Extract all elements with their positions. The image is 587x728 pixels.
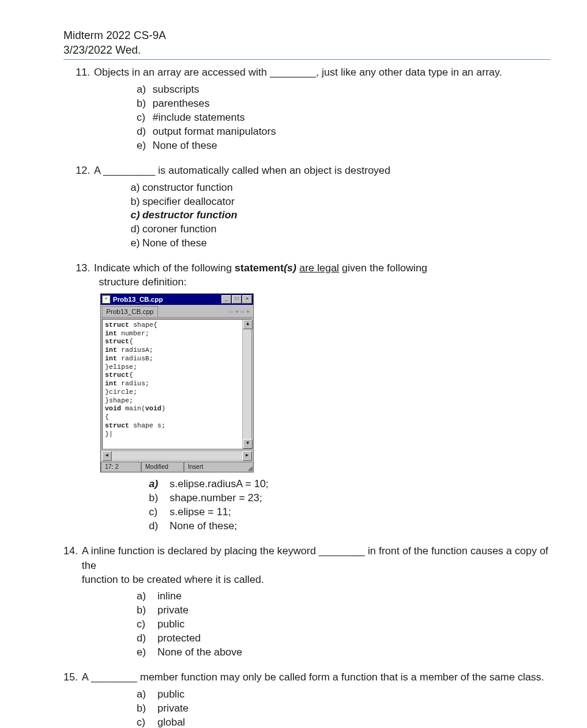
q12-blank: _________: [103, 164, 155, 179]
doc-title: Midterm 2022 CS-9A: [63, 29, 550, 42]
code-area: struct shape{ int number; struct{ int ra…: [102, 319, 252, 449]
q14-opt-d: d)protected: [137, 632, 550, 646]
q15-options: a)public b)private c)global d)local e)No…: [82, 688, 550, 728]
code-statusbar: 17: 2 Modified Insert◢: [101, 461, 253, 473]
scroll-right-icon[interactable]: ►: [242, 451, 252, 461]
code-tabbar: Prob13_CB.cpp ⇦ ▾ ⇨ ▾: [101, 305, 253, 318]
q14-text-a: A inline function is declared by placing…: [82, 545, 319, 557]
resize-grip-icon: ◢: [245, 464, 253, 471]
q15-opt-b: b)private: [137, 702, 550, 716]
status-ins: Insert◢: [184, 462, 253, 473]
code-body[interactable]: struct shape{ int number; struct{ int ra…: [103, 319, 251, 449]
code-tab[interactable]: Prob13_CB.cpp: [102, 306, 158, 317]
q11-opt-e: e)None of these: [137, 139, 550, 153]
close-icon[interactable]: ×: [242, 295, 252, 304]
q13-opt-d: d)None of these;: [149, 519, 550, 534]
q11-text-b: , just like any other data type in an ar…: [316, 66, 502, 78]
maximize-icon[interactable]: □: [232, 295, 242, 304]
question-11: 11. Objects in an array are accessed wit…: [76, 66, 550, 153]
status-mode: Modified: [141, 462, 184, 473]
q11-blank: ________: [270, 66, 316, 80]
q14-opt-c: c)public: [137, 618, 550, 632]
question-14: 14. A inline function is declared by pla…: [63, 544, 550, 660]
question-13: 13. Indicate which of the following stat…: [76, 262, 550, 534]
q13-opt-b: b)shape.number = 23;: [149, 491, 550, 505]
q13-ul: are legal: [299, 262, 339, 274]
q11-text-a: Objects in an array are accessed with: [94, 66, 270, 78]
q11-opt-a: a)subscripts: [137, 83, 550, 97]
q14-opt-a: a)inline: [137, 590, 550, 604]
q13-text-a: Indicate which of the following: [94, 262, 235, 274]
q14-options: a)inline b)private c)public d)protected …: [82, 590, 550, 660]
q12-opt-a: a)constructor function: [131, 181, 550, 195]
code-titlebar: ≡ Prob13_CB.cpp _ □ ×: [101, 294, 253, 305]
q14-text-c: function to be created where it is calle…: [82, 573, 550, 587]
question-12: 12. A _________ is automatically called …: [76, 164, 550, 251]
q14-number: 14.: [63, 544, 82, 660]
minimize-icon[interactable]: _: [221, 295, 231, 304]
q13-text-d: structure definition:: [99, 276, 550, 290]
nav-arrows[interactable]: ⇦ ▾ ⇨ ▾: [229, 308, 252, 315]
q13-options: a)s.elipse.radiusA = 10; b)shape.number …: [94, 477, 550, 534]
q11-options: a)subscripts b)parentheses c)#include st…: [94, 83, 550, 153]
status-pos: 17: 2: [101, 462, 141, 473]
q12-number: 12.: [76, 164, 94, 251]
code-title: Prob13_CB.cpp: [113, 295, 221, 304]
scroll-left-icon[interactable]: ◄: [102, 451, 112, 461]
q13-bold: statement: [235, 262, 284, 274]
scroll-down-icon[interactable]: ▼: [243, 439, 253, 449]
header-rule: [63, 59, 550, 60]
q11-opt-d: d)output format manipulators: [137, 125, 550, 139]
q13-number: 13.: [76, 262, 94, 534]
q12-opt-d: d)coroner function: [131, 223, 550, 237]
q14-blank: ________: [319, 544, 365, 559]
q11-number: 11.: [76, 66, 94, 153]
q11-opt-c: c)#include statements: [137, 111, 550, 125]
q13-opt-c: c)s.elipse = 11;: [149, 505, 550, 519]
q15-opt-a: a)public: [137, 688, 550, 702]
q13-bolditalic: (s): [284, 262, 297, 274]
q15-blank: ________: [91, 671, 137, 685]
q15-number: 15.: [63, 671, 82, 728]
q14-opt-e: e)None of the above: [137, 646, 550, 660]
q15-text-b: member function may only be called form …: [137, 671, 544, 683]
q13-text-c: given the following: [339, 262, 428, 274]
q11-opt-b: b)parentheses: [137, 97, 550, 111]
doc-date: 3/23/2022 Wed.: [63, 44, 550, 57]
q12-text-b: is automatically called when an object i…: [155, 165, 391, 176]
q12-options: a)constructor function b)specifier deall…: [94, 181, 550, 251]
q14-opt-b: b)private: [137, 604, 550, 618]
q13-opt-a: a)s.elipse.radiusA = 10;: [149, 477, 550, 491]
horizontal-scrollbar[interactable]: ◄ ►: [102, 451, 252, 460]
q12-text-a: A: [94, 165, 103, 176]
vertical-scrollbar[interactable]: ▲ ▼: [242, 319, 251, 449]
window-buttons: _ □ ×: [221, 295, 252, 304]
q15-opt-c: c)global: [137, 716, 550, 728]
code-window: ≡ Prob13_CB.cpp _ □ × Prob13_CB.cpp ⇦ ▾ …: [100, 293, 254, 473]
q12-opt-e: e)None of these: [131, 237, 550, 251]
file-icon: ≡: [102, 295, 110, 304]
q12-opt-b: b)specifier deallocator: [131, 195, 550, 209]
q12-opt-c: c)destructor function: [131, 209, 550, 223]
scroll-up-icon[interactable]: ▲: [243, 319, 253, 329]
q15-text-a: A: [82, 671, 91, 683]
question-15: 15. A ________ member function may only …: [63, 671, 550, 728]
